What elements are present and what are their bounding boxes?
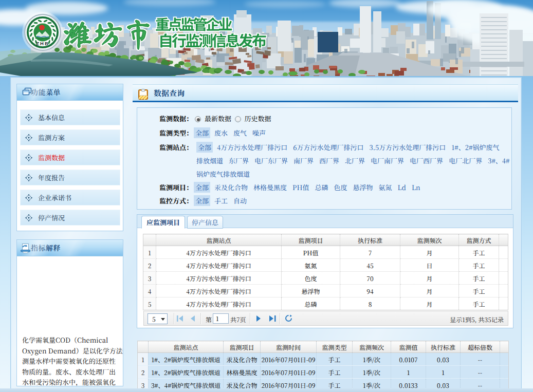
svg-text:ZHB: ZHB <box>36 41 49 46</box>
